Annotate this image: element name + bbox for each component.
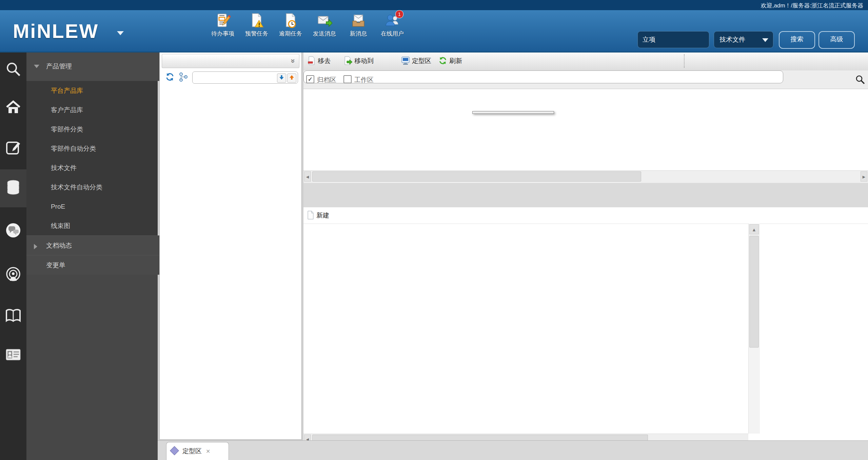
broadcast-icon[interactable] (5, 266, 22, 283)
bom-toolbar: 新建 (303, 207, 868, 224)
search-down-button[interactable] (277, 74, 286, 83)
refresh-label: 刷新 (449, 57, 462, 64)
remove-label: 移去 (318, 57, 331, 64)
result-toolbar: 移去 移动到 定型区 刷新 (303, 51, 868, 71)
search-up-button[interactable] (287, 74, 296, 83)
scroll-up-icon[interactable]: ▲ (749, 224, 759, 234)
scroll-right-icon[interactable]: ► (861, 171, 867, 182)
search-category-value: 技术文件 (719, 36, 745, 43)
contact-card-icon[interactable] (5, 346, 22, 363)
header-tool-overdue-tasks[interactable]: 逾期任务 (274, 13, 308, 38)
app-logo[interactable]: MiNLEW (13, 20, 99, 42)
clock-doc-icon (283, 13, 298, 28)
bom-table-header (303, 224, 748, 238)
refresh-button[interactable]: 刷新 (438, 56, 462, 66)
close-icon[interactable]: ✕ (206, 448, 210, 454)
nav-group-label: 变更单 (46, 262, 65, 269)
nav-item-平台产品库[interactable]: 平台产品库 (26, 81, 158, 100)
tree-search-input[interactable] (192, 71, 298, 84)
context-menu (472, 111, 554, 114)
search-category-select[interactable]: 技术文件 (714, 31, 773, 48)
nav-group-3[interactable]: 变更单 (26, 255, 177, 275)
header-tool-new-message[interactable]: 新消息 (341, 13, 375, 38)
scroll-thumb[interactable] (749, 236, 759, 348)
nav-item-客户产品库[interactable]: 客户产品库 (26, 100, 158, 120)
chevron-collapsed-icon (34, 244, 37, 249)
advanced-search-button[interactable]: 高级 (818, 31, 855, 49)
home-icon[interactable] (5, 98, 22, 115)
header-tool-send-message[interactable]: 发送消息 (308, 13, 341, 38)
module-nav-panel: 产品管理平台产品库客户产品库零部件分类零部件自动分类技术文件技术文件自动分类Pr… (26, 51, 158, 460)
doc-arrow-icon (343, 56, 352, 65)
search-icon[interactable] (855, 75, 865, 84)
collapse-chevron-icon[interactable]: » (289, 59, 297, 63)
header-tool-label: 预警任务 (240, 30, 274, 38)
database-icon[interactable] (5, 179, 22, 196)
result-filter-input[interactable] (303, 70, 783, 83)
finalize-zone-label: 定型区 (412, 57, 431, 64)
nav-group-2[interactable]: 文档动态 (26, 235, 177, 255)
toolbar-divider (684, 54, 685, 68)
nav-item-技术文件[interactable]: 技术文件 (26, 158, 158, 177)
detail-tabs-bar (303, 183, 868, 207)
work-zone-checkbox[interactable] (343, 75, 352, 83)
header-tool-online-users[interactable]: 1在线用户 (375, 13, 409, 38)
chevron-expanded-icon (34, 65, 39, 68)
doc-minus-icon (308, 56, 316, 65)
bom-vscrollbar[interactable]: ▲ (748, 224, 760, 434)
header-tool-warning-tasks[interactable]: 预警任务 (240, 13, 274, 38)
filter-row: ✓ 归档区 工作区 (303, 70, 868, 89)
notification-badge: 1 (395, 10, 403, 18)
move-to-button[interactable]: 移动到 (343, 56, 374, 66)
nav-group-1[interactable]: 产品管理 (26, 51, 177, 81)
chat-icon[interactable] (5, 222, 22, 239)
top-status-bar: 欢迎,adm！/服务器:浙江名流正式服务器 (0, 0, 868, 10)
monitor-icon (401, 56, 410, 65)
classification-tree-panel: » (159, 51, 302, 440)
search-button[interactable]: 搜索 (779, 31, 815, 49)
new-label: 新建 (316, 212, 329, 219)
remove-button[interactable]: 移去 (308, 56, 331, 66)
chevron-down-icon (762, 38, 768, 42)
global-search-input[interactable] (637, 31, 709, 48)
logo-dropdown-caret-icon[interactable] (117, 31, 124, 35)
bom-panel: 新建 ▲ ◄ (303, 207, 868, 444)
finalize-zone-button[interactable]: 定型区 (401, 56, 431, 66)
search-icon[interactable] (5, 61, 22, 78)
send-mail-icon (317, 13, 332, 28)
nav-item-零部件分类[interactable]: 零部件分类 (26, 120, 158, 139)
classification-tree (160, 87, 301, 438)
finalize-zone-tab[interactable]: 定型区✕ (166, 442, 229, 460)
bom-table-body (303, 238, 760, 434)
header-tool-todo[interactable]: 待办事项 (206, 13, 240, 38)
refresh-icon (438, 56, 447, 65)
platform-product-table (303, 89, 868, 170)
nav-item-技术文件自动分类[interactable]: 技术文件自动分类 (26, 177, 158, 197)
finalize-zone-tab-label: 定型区 (182, 447, 202, 455)
todo-icon (215, 13, 231, 28)
top-table-hscrollbar[interactable]: ◄ ► (303, 170, 868, 183)
new-button[interactable]: 新建 (307, 210, 329, 221)
book-icon[interactable] (5, 308, 22, 325)
header-tool-label: 待办事项 (206, 30, 240, 38)
scroll-thumb[interactable] (312, 171, 641, 182)
nav-item-线束图[interactable]: 线束图 (26, 216, 158, 235)
header-tool-label: 发送消息 (308, 30, 341, 38)
tree-collapse-header[interactable]: » (162, 54, 299, 68)
header-tool-label: 逾期任务 (274, 30, 308, 38)
app-header: MiNLEW 待办事项预警任务逾期任务发送消息新消息1在线用户 技术文件 搜索 … (0, 10, 868, 53)
tree-hierarchy-icon[interactable] (179, 72, 188, 82)
nav-item-零部件自动分类[interactable]: 零部件自动分类 (26, 139, 158, 158)
nav-group-label: 文档动态 (46, 242, 72, 249)
header-tool-label: 在线用户 (375, 30, 409, 38)
nav-item-ProE[interactable]: ProE (26, 197, 158, 216)
archive-zone-checkbox[interactable]: ✓ (306, 75, 314, 83)
scroll-left-icon[interactable]: ◄ (304, 171, 311, 182)
warning-doc-icon (249, 13, 264, 28)
move-to-label: 移动到 (354, 57, 374, 64)
left-icon-strip (0, 51, 26, 460)
edit-icon[interactable] (5, 140, 22, 156)
archive-zone-label: 归档区 (317, 76, 336, 84)
users-icon: 1 (384, 13, 400, 28)
tree-refresh-icon[interactable] (165, 72, 175, 82)
